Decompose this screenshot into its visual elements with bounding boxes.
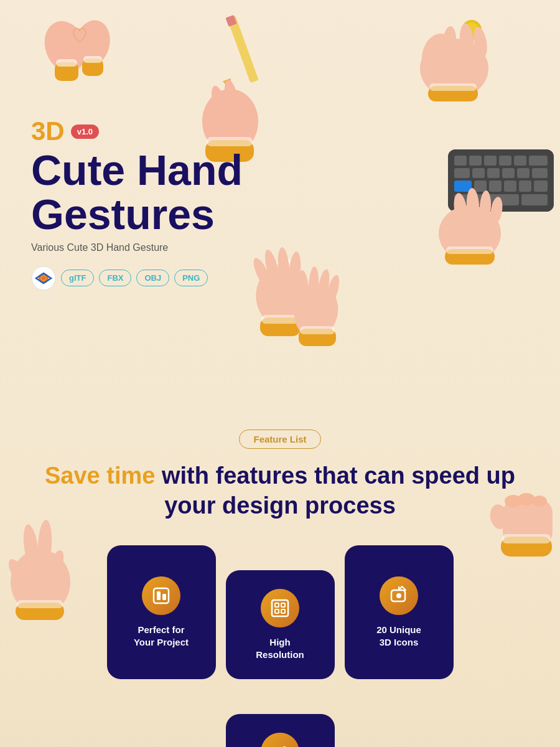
feature-heading-highlight: Save time (45, 463, 155, 489)
card-label-unique: 20 Unique3D Icons (376, 624, 421, 648)
format-badges-row: glTF FBX OBJ PNG (31, 266, 243, 291)
svg-rect-41 (504, 181, 516, 192)
side-hand-fist-illustration (485, 461, 560, 585)
feature-heading: Save time with features that can speed u… (37, 461, 523, 520)
svg-rect-5 (83, 56, 102, 63)
hero-text-block: 3D v1.0 Cute Hand Gestures Various Cute … (31, 118, 243, 291)
svg-rect-94 (281, 603, 285, 607)
svg-rect-6 (227, 16, 259, 83)
svg-rect-88 (502, 534, 551, 543)
text-3d-label: 3D (31, 118, 65, 144)
feature-card-highres: HighResolution (226, 570, 335, 679)
card-icon-unique (380, 576, 418, 615)
svg-point-74 (42, 276, 45, 280)
svg-rect-91 (162, 594, 166, 600)
hand-heart-illustration (37, 6, 118, 93)
svg-rect-23 (429, 83, 477, 91)
hand-clap-illustration (236, 218, 361, 361)
svg-rect-35 (502, 168, 515, 178)
svg-rect-27 (469, 156, 482, 166)
feature-card-customize: Easy toCustomize (226, 714, 335, 747)
feature-cards-grid: Perfect forYour Project HighResolution (37, 545, 523, 747)
format-fbx: FBX (99, 270, 131, 286)
svg-rect-93 (275, 603, 279, 607)
feature-card-unique: 20 Unique3D Icons (345, 545, 454, 679)
svg-rect-30 (514, 156, 526, 166)
card-icon-highres (261, 589, 299, 627)
svg-marker-98 (399, 586, 406, 590)
svg-rect-96 (281, 609, 285, 613)
top-section: 3D v1.0 Cute Hand Gestures Various Cute … (0, 0, 560, 398)
svg-rect-90 (157, 591, 161, 600)
svg-rect-2 (56, 59, 77, 67)
svg-rect-46 (521, 194, 548, 205)
svg-rect-29 (499, 156, 511, 166)
feature-section: Feature List Save time with features tha… (0, 411, 560, 747)
page-wrapper: 3D v1.0 Cute Hand Gestures Various Cute … (0, 0, 560, 747)
svg-rect-53 (446, 247, 493, 254)
card-label-highres: HighResolution (256, 636, 304, 660)
svg-rect-34 (487, 168, 500, 178)
svg-rect-63 (261, 315, 299, 324)
format-obj: OBJ (136, 270, 169, 286)
svg-point-85 (532, 496, 547, 507)
svg-rect-39 (474, 181, 487, 192)
svg-rect-36 (517, 168, 530, 178)
format-gltf: glTF (61, 270, 94, 286)
version-badge: v1.0 (71, 125, 99, 139)
svg-rect-28 (484, 156, 497, 166)
label-3d-row: 3D v1.0 (31, 118, 243, 144)
svg-rect-37 (532, 168, 548, 178)
hero-subtitle: Various Cute 3D Hand Gesture (31, 242, 243, 253)
side-hand-peace-illustration (0, 486, 87, 622)
svg-rect-70 (300, 326, 335, 334)
feature-badge: Feature List (239, 430, 320, 449)
hand-ok-illustration (386, 6, 498, 100)
svg-rect-89 (154, 588, 169, 603)
hand-keyboard-illustration (386, 137, 548, 261)
svg-rect-31 (529, 156, 548, 166)
svg-point-100 (396, 593, 401, 598)
svg-rect-32 (454, 168, 470, 178)
svg-rect-92 (272, 600, 288, 616)
svg-rect-81 (17, 600, 63, 608)
svg-rect-33 (472, 168, 485, 178)
svg-rect-95 (275, 609, 279, 613)
svg-rect-40 (489, 181, 502, 192)
hero-title: Cute Hand Gestures (31, 148, 243, 237)
card-label-perfect: Perfect forYour Project (134, 624, 189, 648)
feature-card-perfect: Perfect forYour Project (107, 545, 216, 679)
svg-rect-38 (454, 181, 472, 192)
blender-icon (31, 266, 56, 291)
card-icon-customize (261, 733, 299, 747)
format-png: PNG (174, 270, 208, 286)
svg-rect-42 (519, 181, 531, 192)
svg-rect-26 (454, 156, 467, 166)
svg-rect-43 (534, 181, 548, 192)
card-icon-perfect (142, 576, 180, 615)
